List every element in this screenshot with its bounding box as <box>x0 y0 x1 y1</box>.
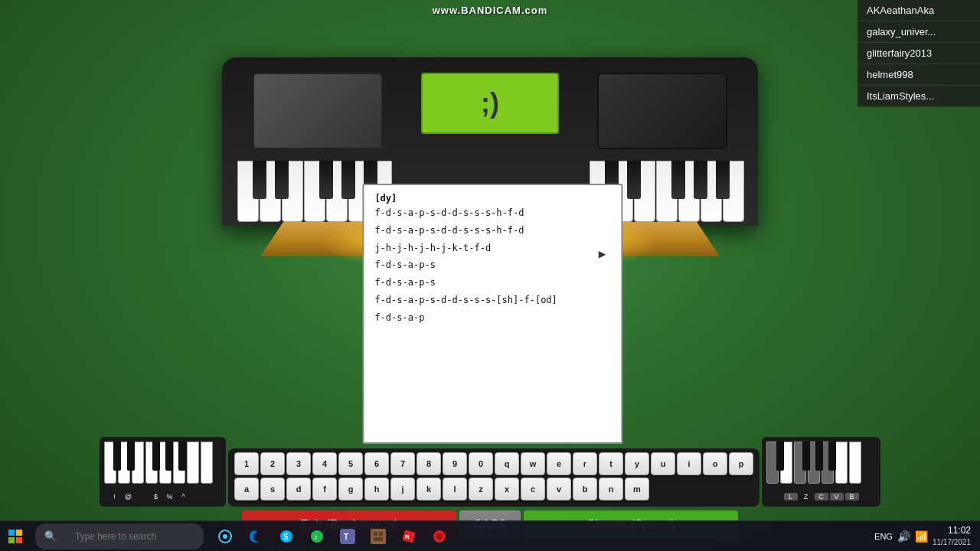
key-5[interactable]: 5 <box>338 452 363 475</box>
sheet-line-13: f-d-s-a-p <box>374 311 610 324</box>
svg-rect-0 <box>8 530 15 536</box>
sheet-line-5: j-h-j-h-j-h-j-k-t-f-d <box>374 242 610 255</box>
key-label: % <box>163 493 176 500</box>
key-c[interactable]: c <box>521 478 545 500</box>
key-j[interactable]: j <box>390 478 415 500</box>
taskbar-icon-minecraft[interactable] <box>364 523 392 550</box>
key-m[interactable]: m <box>625 478 649 500</box>
key-label-B: B <box>845 493 859 500</box>
piano-black-key[interactable] <box>178 442 186 471</box>
black-key[interactable] <box>341 161 355 199</box>
key-i[interactable]: i <box>677 452 701 475</box>
player-item: ItsLiamStyles... <box>858 86 980 107</box>
keyboard-top-row: 1 2 3 4 5 6 7 8 9 0 q w e r t y u i o p <box>234 452 753 475</box>
taskbar-network-icon: 🔊 <box>897 530 910 543</box>
key-9[interactable]: 9 <box>443 452 467 475</box>
taskbar-icon-skype[interactable]: S <box>273 523 300 550</box>
black-key[interactable] <box>671 161 685 199</box>
key-6[interactable]: 6 <box>364 452 389 475</box>
black-key[interactable] <box>716 161 730 199</box>
player-item: AKAeathanAka <box>858 0 980 21</box>
taskbar-icon-teams[interactable]: T <box>334 523 361 550</box>
bottom-keyboard-area: ! @ $ % ^ 1 2 3 4 5 6 7 8 9 0 q w e r <box>100 437 880 507</box>
piano-black-key[interactable] <box>152 442 160 471</box>
piano-white-key[interactable] <box>187 442 199 484</box>
center-keyboard-block: 1 2 3 4 5 6 7 8 9 0 q w e r t y u i o p … <box>228 448 760 507</box>
taskbar-icon-record[interactable] <box>426 523 453 550</box>
black-key[interactable] <box>627 161 641 199</box>
key-label <box>136 493 149 500</box>
key-s[interactable]: s <box>260 478 285 500</box>
piano-black-key[interactable] <box>113 442 121 471</box>
key-r[interactable]: r <box>573 452 597 475</box>
key-g[interactable]: g <box>338 478 363 500</box>
piano-black-key[interactable] <box>828 442 836 471</box>
taskbar-volume-icon: 📶 <box>915 530 928 543</box>
key-n[interactable]: n <box>599 478 623 500</box>
key-t[interactable]: t <box>599 452 623 475</box>
svg-text:S: S <box>283 533 289 541</box>
piano-white-key[interactable] <box>849 442 861 484</box>
key-1[interactable]: 1 <box>234 452 259 475</box>
key-b[interactable]: b <box>573 478 597 500</box>
sheet-line-9: f-d-s-a-p-s <box>374 276 610 289</box>
black-key[interactable] <box>275 161 289 199</box>
key-0[interactable]: 0 <box>469 452 493 475</box>
search-input[interactable] <box>64 526 194 547</box>
piano-black-key[interactable] <box>815 442 823 471</box>
taskbar-icon-edge[interactable] <box>242 523 270 550</box>
key-k[interactable]: k <box>416 478 441 500</box>
taskbar-icon-spotify[interactable]: ♪ <box>303 523 331 550</box>
key-v[interactable]: v <box>547 478 571 500</box>
key-label: @ <box>122 493 135 500</box>
piano-white-key[interactable] <box>201 442 213 484</box>
search-icon: 🔍 <box>44 530 57 542</box>
left-piano-white-keys <box>104 442 214 491</box>
piano-white-key[interactable] <box>835 442 848 484</box>
key-w[interactable]: w <box>521 452 545 475</box>
key-e[interactable]: e <box>547 452 571 475</box>
keyboard-bottom-row: a s d f g h j k l z x c v b n m <box>234 478 753 500</box>
left-piano-labels: ! @ $ % ^ <box>104 493 221 500</box>
taskbar-clock: 11:02 11/17/2021 <box>933 525 971 547</box>
key-4[interactable]: 4 <box>312 452 337 475</box>
piano-black-key[interactable] <box>776 442 784 471</box>
key-u[interactable]: u <box>651 452 675 475</box>
key-p[interactable]: p <box>729 452 753 475</box>
key-d[interactable]: d <box>286 478 311 500</box>
taskbar-icon-cortana[interactable] <box>211 523 239 550</box>
start-button[interactable] <box>0 521 31 552</box>
right-piano-labels: L Z C V B <box>766 493 876 500</box>
key-2[interactable]: 2 <box>260 452 285 475</box>
svg-point-19 <box>436 533 443 540</box>
key-l[interactable]: l <box>443 478 467 500</box>
key-o[interactable]: o <box>703 452 727 475</box>
black-key[interactable] <box>319 161 333 199</box>
key-q[interactable]: q <box>495 452 519 475</box>
piano-black-key[interactable] <box>127 442 135 471</box>
piano-black-key[interactable] <box>165 442 173 471</box>
key-label-Z: Z <box>799 493 813 500</box>
sheet-cursor: ▶ <box>599 246 606 261</box>
key-a[interactable]: a <box>234 478 259 500</box>
black-key[interactable] <box>694 161 707 199</box>
sheet-title: [dy] <box>374 193 610 204</box>
key-f[interactable]: f <box>312 478 337 500</box>
key-h[interactable]: h <box>364 478 389 500</box>
key-y[interactable]: y <box>625 452 649 475</box>
svg-text:R: R <box>405 533 410 540</box>
key-x[interactable]: x <box>495 478 519 500</box>
key-7[interactable]: 7 <box>390 452 415 475</box>
key-z[interactable]: z <box>469 478 493 500</box>
player-item: helmet998 <box>858 64 980 86</box>
piano-black-key[interactable] <box>802 442 810 471</box>
key-8[interactable]: 8 <box>416 452 441 475</box>
bandicam-watermark: www.BANDICAM.com <box>433 5 548 16</box>
black-key[interactable] <box>253 161 266 199</box>
right-piano-section: L Z C V B <box>762 437 880 507</box>
key-3[interactable]: 3 <box>286 452 311 475</box>
taskbar-search-bar[interactable]: 🔍 <box>35 523 204 549</box>
svg-rect-1 <box>16 530 22 536</box>
left-piano-keys <box>104 442 221 491</box>
taskbar-icon-roblox[interactable]: R <box>395 523 423 550</box>
